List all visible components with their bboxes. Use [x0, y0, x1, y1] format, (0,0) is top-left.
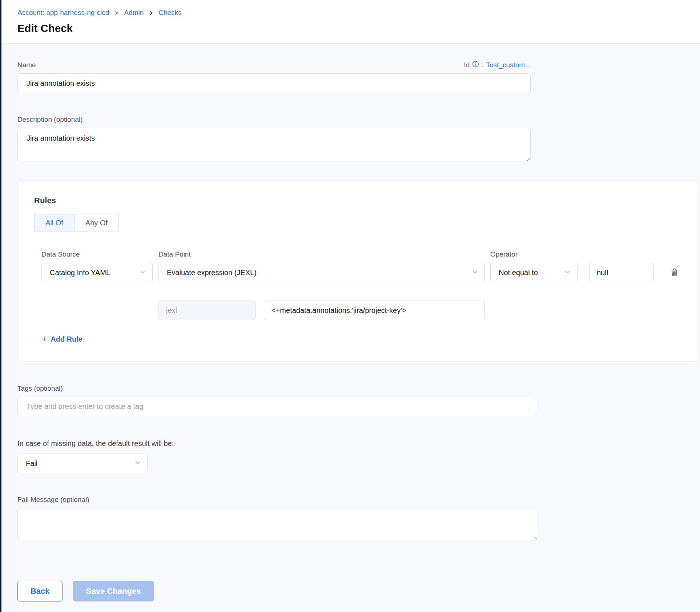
all-of-toggle[interactable]: All Of — [34, 214, 75, 231]
data-source-label: Data Source — [41, 250, 153, 258]
chevron-right-icon — [114, 11, 119, 15]
name-label: Name — [17, 61, 36, 69]
save-changes-button[interactable]: Save Changes — [73, 581, 154, 601]
back-button[interactable]: Back — [17, 581, 63, 601]
collapsed-sidebar-edge — [0, 0, 1, 612]
rules-card: Rules All Of Any Of Data Source Catalog … — [17, 180, 698, 361]
chevron-down-icon — [472, 269, 478, 277]
page-title: Edit Check — [17, 23, 700, 35]
info-icon[interactable] — [472, 61, 479, 68]
chevron-down-icon — [564, 269, 571, 277]
default-result-value: Fail — [26, 459, 37, 468]
any-of-toggle[interactable]: Any Of — [75, 214, 119, 231]
operator-select[interactable]: Not equal to — [490, 263, 578, 282]
check-id-line: Id : Test_custom... — [464, 61, 531, 69]
fail-message-label: Fail Message (optional) — [17, 496, 89, 503]
tags-label: Tags (optional) — [17, 384, 63, 392]
edit-check-form: Name Id : Test_custom... Description (op… — [0, 44, 700, 601]
rule-row: Data Source Catalog Info YAML Data Point… — [41, 250, 681, 320]
chevron-right-icon — [149, 11, 153, 15]
expression-input[interactable] — [264, 301, 485, 320]
check-id-link[interactable]: Test_custom... — [486, 61, 531, 69]
delete-rule-button[interactable] — [669, 263, 679, 282]
breadcrumb: Account: app-harness-ng-cicd Admin Check… — [17, 9, 700, 17]
name-input[interactable] — [17, 73, 531, 93]
form-actions: Back Save Changes — [17, 581, 700, 601]
operator-value: Not equal to — [499, 269, 538, 277]
description-textarea[interactable]: Jira annotation exists — [17, 128, 531, 161]
id-separator: : — [482, 61, 483, 69]
chevron-down-icon — [140, 269, 146, 277]
add-rule-label: Add Rule — [51, 335, 83, 343]
rules-match-toggle: All Of Any Of — [34, 214, 119, 231]
missing-data-label: In case of missing data, the default res… — [17, 439, 700, 448]
breadcrumb-checks-link[interactable]: Checks — [158, 9, 181, 17]
page-header: Account: app-harness-ng-cicd Admin Check… — [0, 0, 700, 44]
default-result-select[interactable]: Fail — [17, 454, 148, 473]
data-source-select[interactable]: Catalog Info YAML — [41, 263, 153, 282]
id-label: Id — [464, 61, 470, 69]
plus-icon: + — [41, 334, 47, 343]
add-rule-button[interactable]: + Add Rule — [41, 335, 83, 343]
breadcrumb-admin-link[interactable]: Admin — [124, 9, 144, 17]
rule-value-input[interactable] — [589, 263, 654, 282]
rules-heading: Rules — [34, 196, 681, 205]
breadcrumb-account-link[interactable]: Account: app-harness-ng-cicd — [17, 9, 109, 17]
data-source-value: Catalog Info YAML — [50, 269, 110, 277]
operator-label: Operator — [490, 250, 578, 258]
description-label: Description (optional) — [17, 116, 83, 123]
data-point-label: Data Point — [158, 250, 485, 258]
fail-message-textarea[interactable] — [17, 508, 537, 540]
tags-input[interactable] — [17, 397, 537, 416]
chevron-down-icon — [134, 459, 141, 468]
data-point-select[interactable]: Evaluate expression (JEXL) — [158, 263, 485, 282]
data-point-value: Evaluate expression (JEXL) — [167, 269, 257, 277]
trash-icon — [669, 267, 679, 278]
jexl-input[interactable] — [158, 301, 256, 320]
